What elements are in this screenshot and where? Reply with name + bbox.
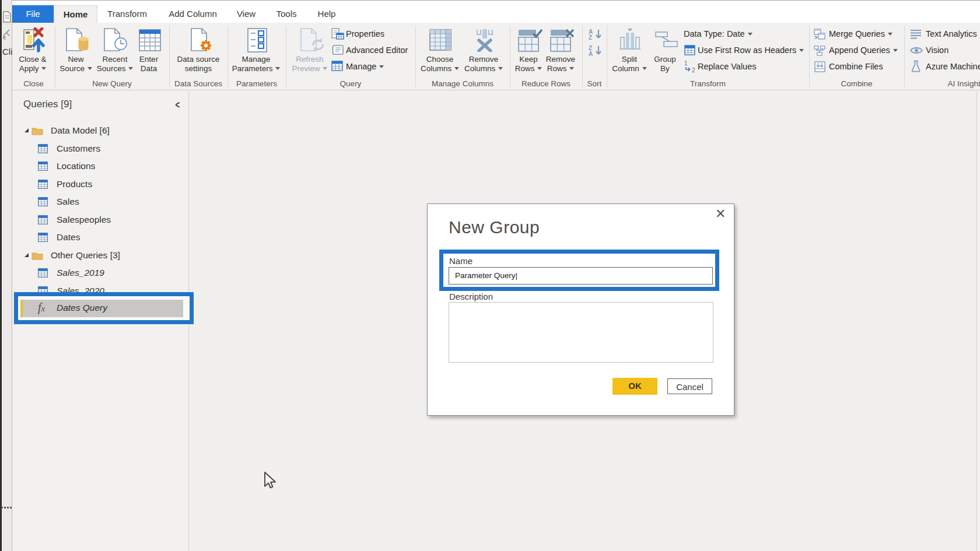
svg-text:1: 1 xyxy=(684,60,688,66)
svg-text:Z: Z xyxy=(589,34,592,40)
svg-text:A: A xyxy=(589,51,593,57)
svg-text:2: 2 xyxy=(692,67,695,73)
